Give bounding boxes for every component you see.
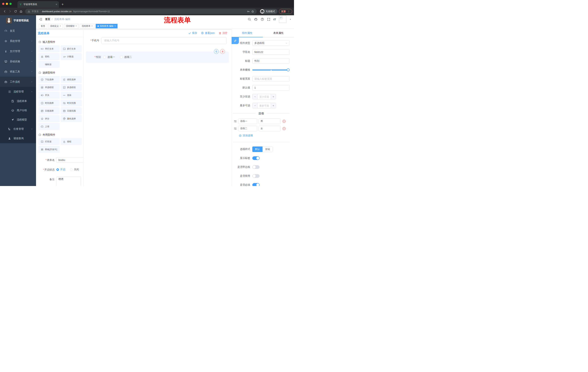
minus-icon[interactable]: − (252, 103, 258, 108)
palette-item-颜色选择[interactable]: 颜色选择 (61, 115, 82, 122)
tag-流程表单[interactable]: 流程表单× (80, 24, 94, 28)
label-width-input[interactable] (252, 76, 290, 82)
tag-close-icon[interactable]: × (60, 25, 61, 27)
palette-item-表格[开发中][interactable]: 表格[开发中] (38, 146, 60, 153)
style-button-button[interactable]: 按钮 (262, 147, 273, 152)
clear-button[interactable]: 清空 (219, 32, 227, 35)
bookmark-star-icon[interactable] (251, 10, 254, 13)
add-option-button[interactable]: 添加选项 (239, 134, 290, 137)
remark-textarea[interactable]: 嘿嘿 (56, 177, 81, 186)
view-json-button[interactable]: 查看json (201, 32, 215, 35)
palette-item-密码[interactable]: 密码 (38, 53, 60, 60)
sidebar-item-基础设施[interactable]: 基础设施 (0, 56, 36, 67)
sidebar-item-工作流程[interactable]: 工作流程 (0, 77, 36, 87)
address-bar[interactable]: 不安全 dashboard.yudao.iocoder.cn/bpm/manag… (25, 9, 257, 14)
form-name-input[interactable] (56, 157, 83, 163)
style-default-button[interactable]: 默认 (252, 147, 262, 152)
sidebar-item-流程管理[interactable]: 流程管理 (0, 87, 36, 96)
default-value-input[interactable] (252, 85, 290, 90)
phone-field-row[interactable]: *手机号 请输入手机号 (90, 37, 227, 44)
browser-update-button[interactable]: 更新 (279, 9, 292, 14)
tab-form-props[interactable]: 表单属性 (263, 29, 294, 37)
palette-item-行容器[interactable]: 行容器 (38, 138, 60, 145)
drag-handle-icon[interactable] (234, 127, 237, 130)
palette-item-滑块[interactable]: 滑块 (61, 92, 82, 99)
sidebar-item-系统管理[interactable]: 系统管理 (0, 36, 36, 46)
min-select-input[interactable] (258, 94, 271, 99)
palette-item-日期选择[interactable]: 日期选择 (38, 107, 60, 114)
sidebar-item-研发工具[interactable]: 研发工具 (0, 67, 36, 77)
tag-流程表单-编辑[interactable]: 流程表单-编辑× (96, 24, 117, 28)
grid-slider[interactable] (252, 67, 290, 73)
palette-item-多行文本[interactable]: 多行文本 (61, 45, 82, 52)
tag-流程模型[interactable]: 流程模型× (64, 24, 79, 28)
breadcrumb-home[interactable]: 首页 (45, 18, 50, 21)
palette-item-时间选择[interactable]: 时间选择 (38, 100, 60, 106)
gender-option1-checkbox[interactable]: 选项一 (103, 55, 115, 59)
tag-close-icon[interactable]: × (115, 25, 116, 27)
selected-component-gender[interactable]: *性别 选项一 选项二 (86, 52, 229, 63)
tag-close-icon[interactable]: × (91, 25, 93, 27)
tab-close-icon[interactable]: × (56, 3, 57, 6)
collapse-sidebar-icon[interactable] (39, 18, 42, 21)
sidebar-item-支付管理[interactable]: 支付管理 (0, 46, 36, 56)
browser-menu-icon[interactable] (287, 10, 290, 13)
remove-option-icon[interactable] (282, 120, 286, 123)
palette-item-按钮[interactable]: 按钮 (61, 138, 82, 145)
remove-option-icon[interactable] (282, 127, 286, 130)
palette-item-上传[interactable]: 上传 (38, 123, 60, 130)
palette-item-开关[interactable]: 开关 (38, 92, 60, 99)
back-icon[interactable] (2, 9, 7, 14)
border-switch[interactable] (252, 165, 260, 169)
maximize-window-button[interactable] (10, 3, 12, 5)
avatar-caret-icon[interactable] (289, 18, 291, 20)
slider-handle[interactable] (287, 68, 290, 71)
search-icon[interactable] (248, 18, 251, 21)
option2-label-input[interactable] (238, 126, 257, 131)
reload-icon[interactable] (13, 9, 18, 14)
tab-component-props[interactable]: 组件属性 (231, 29, 263, 37)
copy-component-button[interactable] (214, 49, 219, 54)
help-icon[interactable] (261, 18, 264, 21)
tag-首页[interactable]: 首页 (39, 24, 47, 28)
drag-handle-icon[interactable] (234, 120, 237, 123)
status-off-radio[interactable]: 关闭 (70, 168, 79, 171)
option1-value-input[interactable] (259, 118, 281, 124)
palette-item-评分[interactable]: 评分 (38, 115, 60, 122)
sidebar-item-任务管理[interactable]: 任务管理 (0, 124, 36, 134)
minus-icon[interactable]: − (252, 94, 258, 99)
plus-icon[interactable]: + (271, 94, 276, 99)
disabled-switch[interactable] (252, 174, 260, 178)
delete-component-button[interactable] (220, 49, 225, 54)
phone-input[interactable]: 请输入手机号 (101, 37, 227, 44)
sidebar-item-用户分组[interactable]: 用户分组 (0, 106, 36, 115)
fullscreen-icon[interactable] (267, 18, 270, 21)
palette-item-下拉选择[interactable]: 下拉选择 (38, 76, 60, 83)
new-tab-button[interactable]: + (60, 2, 65, 7)
sidebar-item-首页[interactable]: 首页 (0, 26, 36, 36)
minimize-window-button[interactable] (6, 3, 8, 5)
forward-icon[interactable] (7, 9, 13, 14)
plus-icon[interactable]: + (271, 103, 276, 108)
close-window-button[interactable] (2, 3, 4, 5)
palette-item-日期范围[interactable]: 日期范围 (61, 107, 82, 114)
palette-item-计数器[interactable]: 123计数器 (61, 53, 82, 60)
sidebar-item-流程表单[interactable]: 流程表单 (0, 96, 36, 106)
title-input[interactable] (252, 58, 290, 64)
palette-item-级联选择[interactable]: 级联选择 (61, 76, 82, 83)
tag-close-icon[interactable]: × (75, 25, 77, 27)
status-on-radio[interactable]: 开启 (56, 168, 65, 171)
browser-tab[interactable]: 芋道管理系统 × (18, 1, 59, 8)
palette-item-时间范围[interactable]: 时间范围 (61, 100, 82, 106)
max-select-input[interactable] (258, 103, 271, 108)
link-tab[interactable] (231, 37, 239, 44)
gender-option2-checkbox[interactable]: 选项二 (120, 55, 132, 59)
window-controls[interactable] (2, 3, 12, 5)
save-button[interactable]: 保存 (188, 32, 197, 35)
field-name-input[interactable] (252, 49, 290, 55)
option1-label-input[interactable] (238, 118, 257, 124)
show-label-switch[interactable] (252, 156, 260, 160)
component-type-select[interactable]: 多选框组 (252, 40, 290, 46)
required-switch[interactable] (252, 183, 260, 186)
palette-item-编辑器[interactable]: 编辑器 (38, 61, 60, 68)
